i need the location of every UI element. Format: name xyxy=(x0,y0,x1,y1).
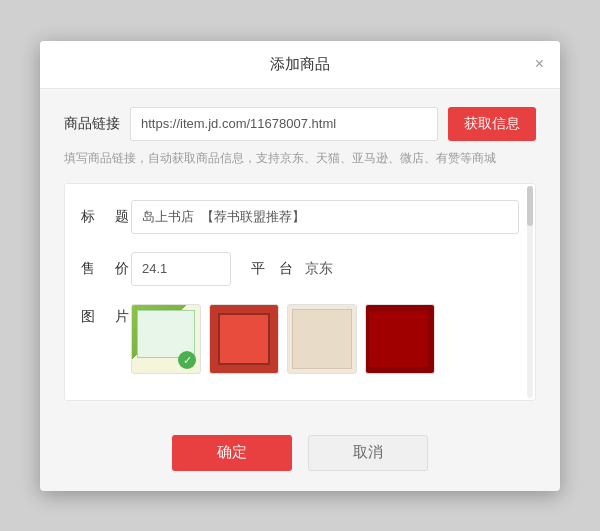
confirm-button[interactable]: 确定 xyxy=(172,435,292,471)
dialog-footer: 确定 取消 xyxy=(40,419,560,491)
image-thumb-3[interactable] xyxy=(287,304,357,374)
platform-section: 平 台 京东 xyxy=(251,260,333,278)
platform-label: 平 台 xyxy=(251,260,295,278)
dialog-overlay: 添加商品 × 商品链接 获取信息 填写商品链接，自动获取商品信息，支持京东、天猫… xyxy=(0,0,600,531)
scrollbar-track xyxy=(527,186,533,398)
dialog-body: 商品链接 获取信息 填写商品链接，自动获取商品信息，支持京东、天猫、亚马逊、微店… xyxy=(40,89,560,419)
cancel-button[interactable]: 取消 xyxy=(308,435,428,471)
price-input[interactable] xyxy=(131,252,231,286)
price-label: 售 价 xyxy=(81,260,121,278)
url-label: 商品链接 xyxy=(64,115,120,133)
images-label: 图 片 xyxy=(81,304,121,326)
scrollbar-thumb xyxy=(527,186,533,226)
images-row: 图 片 xyxy=(81,304,519,374)
dialog: 添加商品 × 商品链接 获取信息 填写商品链接，自动获取商品信息，支持京东、天猫… xyxy=(40,41,560,491)
title-label: 标 题 xyxy=(81,208,121,226)
price-row: 售 价 平 台 京东 xyxy=(81,252,519,286)
close-icon[interactable]: × xyxy=(535,56,544,72)
hint-text: 填写商品链接，自动获取商品信息，支持京东、天猫、亚马逊、微店、有赞等商城 xyxy=(64,149,536,167)
content-area: 标 题 售 价 平 台 京东 图 片 xyxy=(64,183,536,401)
dialog-header: 添加商品 × xyxy=(40,41,560,89)
platform-value: 京东 xyxy=(305,260,333,278)
image-thumb-4[interactable] xyxy=(365,304,435,374)
url-input[interactable] xyxy=(130,107,438,141)
title-row: 标 题 xyxy=(81,200,519,234)
images-container xyxy=(131,304,435,374)
fetch-button[interactable]: 获取信息 xyxy=(448,107,536,141)
image-thumb-2[interactable] xyxy=(209,304,279,374)
title-input[interactable] xyxy=(131,200,519,234)
url-section: 商品链接 获取信息 xyxy=(64,107,536,141)
image-thumb-1[interactable] xyxy=(131,304,201,374)
dialog-title: 添加商品 xyxy=(270,55,330,74)
